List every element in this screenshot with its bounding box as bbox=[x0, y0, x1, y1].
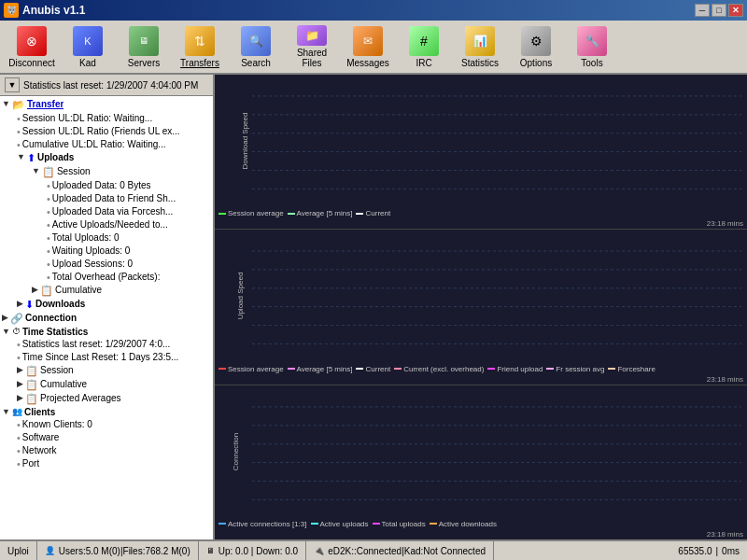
tree-item-connection[interactable]: ▶ 🔗 Connection bbox=[2, 312, 211, 326]
tree-item-cumulative-uploads[interactable]: ▶ 📋 Cumulative bbox=[2, 284, 211, 298]
tree-item-session-uploads[interactable]: ▼ 📋 Session bbox=[2, 165, 211, 179]
tree-item-time-stats[interactable]: ▼ ⏱ Time Statistics bbox=[2, 326, 211, 338]
dl-avg-dot bbox=[288, 213, 295, 215]
tree-item-known-clients[interactable]: • Known Clients: 0 bbox=[2, 418, 211, 431]
close-button[interactable]: ✕ bbox=[728, 4, 743, 17]
expand-transfer[interactable]: ▼ bbox=[2, 99, 10, 108]
conn-total-label: Total uploads bbox=[382, 520, 426, 528]
maximize-button[interactable]: □ bbox=[712, 4, 726, 17]
tree-item-session-time[interactable]: ▶ 📋 Session bbox=[2, 364, 211, 378]
expand-session-time[interactable]: ▶ bbox=[17, 365, 23, 374]
ul-legend-session: Session average bbox=[218, 365, 284, 373]
expand-downloads[interactable]: ▶ bbox=[17, 299, 23, 308]
upload-chart: Upload Speed 16.0 13.3 10.6 8.0 5.3 bbox=[215, 230, 747, 385]
connection-status-icon: 🔌 bbox=[314, 546, 324, 555]
expand-time-stats[interactable]: ▼ bbox=[2, 327, 10, 336]
tree-item-software[interactable]: • Software bbox=[2, 431, 211, 444]
expand-uploads[interactable]: ▼ bbox=[17, 152, 25, 161]
ul-current-excl-dot bbox=[394, 368, 402, 370]
tools-button[interactable]: 🔧 Tools bbox=[564, 22, 620, 71]
search-button[interactable]: 🔍 Search bbox=[228, 22, 284, 71]
tree-item-overhead[interactable]: • Total Overhead (Packets): bbox=[2, 271, 211, 284]
disconnect-icon: ⊗ bbox=[17, 26, 47, 56]
tree-item-uploads[interactable]: ▼ ⬆ Uploads bbox=[2, 151, 211, 165]
bullet1: • bbox=[17, 113, 21, 124]
bullet8: • bbox=[47, 232, 50, 244]
uploads-icon: ⬆ bbox=[27, 152, 35, 164]
conn-legend-total: Total uploads bbox=[373, 520, 426, 528]
ul-force-dot bbox=[608, 368, 615, 370]
title-bar: 🐺 Anubis v1.1 ─ □ ✕ bbox=[0, 0, 747, 21]
download-y-label: Download Speed bbox=[241, 113, 249, 170]
tree-item-port[interactable]: • Port bbox=[2, 457, 211, 470]
stats-dropdown[interactable]: ▼ bbox=[5, 77, 20, 92]
last-reset-label: Statistics last reset: 1/29/2007 4:0... bbox=[22, 339, 170, 349]
tree-item-transfer[interactable]: ▼ 📂 Transfer bbox=[2, 98, 211, 112]
total-uploads-label: Total Uploads: 0 bbox=[52, 232, 120, 243]
download-legend: Session average Average [5 mins] Current bbox=[215, 207, 747, 219]
tree-item-last-reset[interactable]: • Statistics last reset: 1/29/2007 4:0..… bbox=[2, 338, 211, 351]
shared-files-button[interactable]: 📁 Shared Files bbox=[284, 22, 340, 71]
status-port-latency: 65535.0 | 0ms bbox=[494, 541, 747, 560]
bullet9: • bbox=[47, 245, 50, 257]
options-button[interactable]: ⚙ Options bbox=[508, 22, 564, 71]
expand-cumulative[interactable]: ▶ bbox=[32, 285, 38, 294]
kad-button[interactable]: K Kad bbox=[60, 22, 116, 71]
tree-item-time-since[interactable]: • Time Since Last Reset: 1 Days 23:5... bbox=[2, 351, 211, 364]
tree-item-uploaded-friend[interactable]: • Uploaded Data to Friend Sh... bbox=[2, 192, 211, 205]
title-bar-left: 🐺 Anubis v1.1 bbox=[4, 3, 85, 18]
conn-active-label: Active connections [1:3] bbox=[228, 520, 307, 528]
expand-projected[interactable]: ▶ bbox=[17, 393, 23, 402]
tree-item-active-uploads[interactable]: • Active Uploads/Needed to... bbox=[2, 218, 211, 231]
tree-item-upload-sessions[interactable]: • Upload Sessions: 0 bbox=[2, 258, 211, 271]
tree-item-downloads[interactable]: ▶ ⬇ Downloads bbox=[2, 298, 211, 312]
latency-text: 0ms bbox=[722, 546, 740, 556]
expand-connection[interactable]: ▶ bbox=[2, 313, 8, 322]
tree-item-clients[interactable]: ▼ 👥 Clients bbox=[2, 406, 211, 418]
options-label: Options bbox=[520, 58, 552, 68]
transfers-label: Transfers bbox=[180, 58, 219, 68]
servers-button[interactable]: 🖥 Servers bbox=[116, 22, 172, 71]
conn-legend-uploads: Active uploads bbox=[311, 520, 369, 528]
bullet4: • bbox=[47, 180, 50, 191]
bullet7: • bbox=[47, 219, 50, 231]
software-label: Software bbox=[22, 432, 59, 442]
conn-uploads-label: Active uploads bbox=[320, 520, 369, 528]
tree-item-culratio[interactable]: • Cumulative UL:DL Ratio: Waiting... bbox=[2, 138, 211, 151]
conn-active-dot bbox=[218, 523, 226, 525]
disconnect-button[interactable]: ⊗ Disconnect bbox=[4, 22, 60, 71]
known-clients-label: Known Clients: 0 bbox=[22, 419, 92, 429]
dl-current-label: Current bbox=[365, 209, 390, 217]
messages-button[interactable]: ✉ Messages bbox=[340, 22, 396, 71]
bullet14: • bbox=[17, 419, 21, 430]
tree-item-total-uploads[interactable]: • Total Uploads: 0 bbox=[2, 231, 211, 245]
ul-current-label: Current bbox=[365, 365, 390, 373]
tree-item-network[interactable]: • Network bbox=[2, 444, 211, 457]
conn-uploads-dot bbox=[311, 523, 318, 525]
tree-container[interactable]: ▼ 📂 Transfer • Session UL:DL Ratio: Wait… bbox=[0, 96, 213, 539]
tree-item-uploaded-force[interactable]: • Uploaded Data via Forcesh... bbox=[2, 205, 211, 218]
minimize-button[interactable]: ─ bbox=[695, 4, 710, 17]
tree-item-waiting-uploads[interactable]: • Waiting Uploads: 0 bbox=[2, 245, 211, 258]
expand-clients[interactable]: ▼ bbox=[2, 407, 10, 416]
tree-item-projected[interactable]: ▶ 📋 Projected Averages bbox=[2, 392, 211, 406]
tree-item-cumulative-time[interactable]: ▶ 📋 Cumulative bbox=[2, 378, 211, 392]
irc-button[interactable]: # IRC bbox=[396, 22, 452, 71]
statistics-button[interactable]: 📊 Statistics bbox=[452, 22, 508, 71]
ul-legend-avg: Average [5 mins] bbox=[288, 365, 353, 373]
conn-legend-downloads: Active downloads bbox=[430, 520, 497, 528]
ul-legend-friend: Friend upload bbox=[487, 365, 543, 373]
tree-item-ulratio2[interactable]: • Session UL:DL Ratio (Friends UL ex... bbox=[2, 125, 211, 138]
upload-time: 23:18 mins bbox=[215, 375, 747, 385]
expand-cumulative-time[interactable]: ▶ bbox=[17, 379, 23, 388]
irc-label: IRC bbox=[416, 58, 431, 68]
dl-session-label: Session average bbox=[228, 209, 284, 217]
overhead-label: Total Overhead (Packets): bbox=[52, 272, 161, 282]
tree-item-uploaded-data[interactable]: • Uploaded Data: 0 Bytes bbox=[2, 179, 211, 192]
tree-item-ulratio1[interactable]: • Session UL:DL Ratio: Waiting... bbox=[2, 112, 211, 125]
kad-label: Kad bbox=[79, 58, 96, 68]
app-icon: 🐺 bbox=[4, 3, 19, 18]
expand-session-uploads[interactable]: ▼ bbox=[32, 166, 40, 175]
conn-legend-active: Active connections [1:3] bbox=[218, 520, 307, 528]
transfers-button[interactable]: ⇅ Transfers bbox=[172, 22, 228, 71]
